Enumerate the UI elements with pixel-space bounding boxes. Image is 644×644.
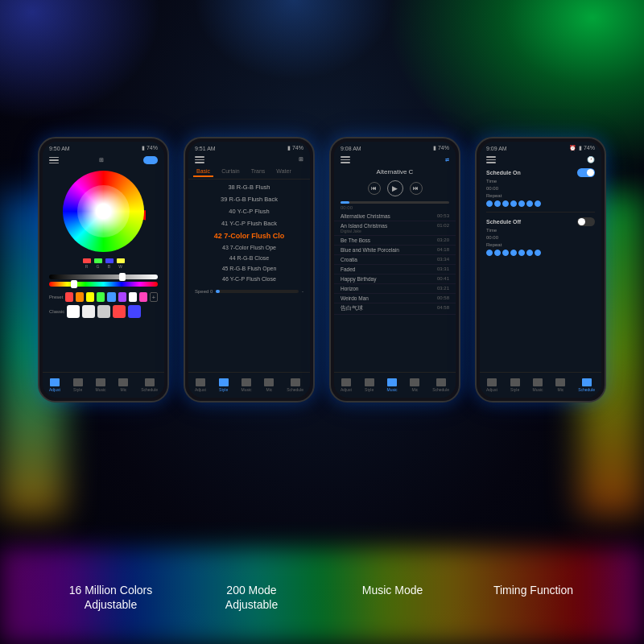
- repeat-off-dot-1[interactable]: [486, 250, 493, 256]
- repeat-dot-6[interactable]: [526, 200, 533, 207]
- speed-track[interactable]: [216, 290, 299, 293]
- nav-music-2[interactable]: Music: [241, 378, 251, 392]
- classic-swatch-4[interactable]: [113, 305, 126, 318]
- nav-style-2[interactable]: Style: [219, 378, 229, 392]
- repeat-dot-7[interactable]: [535, 200, 541, 207]
- mode-43[interactable]: 43 7-Color Flush Ope: [188, 242, 310, 253]
- mode-39[interactable]: 39 R-G-B Flush Back: [188, 193, 310, 205]
- nav-mic-4[interactable]: Mic: [555, 378, 565, 392]
- repeat-off-label: Repeat: [486, 242, 595, 247]
- phone-4-header: 🕐: [480, 155, 601, 165]
- nav-mic-3[interactable]: Mic: [410, 378, 419, 392]
- song-duration: 03:34: [437, 257, 449, 262]
- nav-adjust-4[interactable]: Adjust: [486, 378, 497, 392]
- nav-style-3[interactable]: Style: [365, 378, 374, 392]
- preset-swatch-8[interactable]: [139, 292, 147, 302]
- song-croatia[interactable]: Croatia 03:34: [334, 255, 456, 265]
- color-indicators: R G B W: [43, 257, 164, 270]
- nav-mic-2[interactable]: Mic: [264, 378, 274, 392]
- song-horizon[interactable]: Horizon 03:21: [334, 284, 456, 294]
- mode-42[interactable]: 42 7-Color Flush Clo: [188, 229, 310, 242]
- phone-2-status: 9:51 AM ▮ 74%: [188, 142, 310, 155]
- tab-basic[interactable]: Basic: [193, 167, 213, 177]
- repeat-dot-2[interactable]: [494, 200, 501, 207]
- hue-bar[interactable]: [49, 282, 158, 287]
- menu-icon: [49, 157, 59, 164]
- nav-music-3[interactable]: Music: [386, 378, 397, 392]
- nav-adjust-3[interactable]: Adjust: [341, 378, 352, 392]
- preset-swatch-1[interactable]: [65, 292, 73, 302]
- tab-water[interactable]: Water: [273, 167, 294, 177]
- menu-icon-3: [341, 156, 350, 163]
- mode-44[interactable]: 44 R-G-B Close: [188, 253, 310, 263]
- prev-button[interactable]: ⏮: [368, 182, 381, 195]
- preset-swatch-4[interactable]: [97, 292, 105, 302]
- song-blue-white-porcelain[interactable]: Blue and White Porcelain 04:18: [334, 246, 456, 255]
- music-progress[interactable]: [341, 201, 449, 204]
- repeat-dot-4[interactable]: [510, 200, 517, 207]
- tab-trans[interactable]: Trans: [248, 167, 269, 177]
- preset-add[interactable]: +: [150, 292, 158, 302]
- nav-schedule-4[interactable]: Schedule: [578, 378, 595, 392]
- nav-music-4[interactable]: Music: [532, 378, 543, 392]
- speed-control: Speed 0 -: [188, 286, 310, 297]
- repeat-off-dot-6[interactable]: [526, 250, 533, 256]
- song-gaobai[interactable]: 告白气球 04:58: [334, 303, 456, 315]
- preset-swatch-2[interactable]: [76, 292, 84, 302]
- nav-music-1[interactable]: Music: [95, 378, 105, 392]
- repeat-dot-1[interactable]: [486, 200, 493, 207]
- classic-swatch-2[interactable]: [82, 305, 95, 318]
- classic-swatch-1[interactable]: [67, 305, 80, 318]
- phone-1-toggle[interactable]: [143, 156, 158, 164]
- color-wheel-container[interactable]: [43, 169, 164, 254]
- glow-top-left: [0, 0, 161, 121]
- song-be-the-boss[interactable]: Be The Boss 03:20: [334, 236, 456, 246]
- mode-46[interactable]: 46 Y-C-P Flush Close: [188, 274, 310, 284]
- next-button[interactable]: ⏭: [410, 182, 423, 195]
- classic-swatch-5[interactable]: [128, 305, 141, 318]
- nav-adjust-2[interactable]: Adjust: [195, 378, 206, 392]
- mode-40[interactable]: 40 Y-C-P Flush: [188, 205, 310, 217]
- schedule-on-toggle[interactable]: [577, 168, 595, 177]
- repeat-dot-3[interactable]: [502, 200, 509, 207]
- song-alternative-christmas[interactable]: Alternative Christmas 00:53: [334, 212, 456, 221]
- mode-38[interactable]: 38 R-G-B Flush: [188, 181, 310, 193]
- phone-3-battery: ▮ 74%: [433, 145, 449, 151]
- play-button[interactable]: ▶: [387, 180, 403, 196]
- schedule-on-time-value[interactable]: 00:00: [486, 186, 595, 191]
- schedule-off-time-value[interactable]: 00:00: [486, 235, 595, 240]
- repeat-dot-5[interactable]: [518, 200, 525, 207]
- menu-icon-4: [486, 156, 496, 163]
- preset-swatch-7[interactable]: [129, 292, 137, 302]
- preset-swatch-6[interactable]: [118, 292, 126, 302]
- nav-style-4[interactable]: Style: [510, 378, 520, 392]
- repeat-off-dot-5[interactable]: [518, 250, 525, 256]
- mode-41[interactable]: 41 Y-C-P Flush Back: [188, 217, 310, 229]
- nav-schedule-1[interactable]: Schedule: [141, 378, 158, 392]
- nav-mic-1[interactable]: Mic: [118, 378, 128, 392]
- classic-swatch-3[interactable]: [97, 305, 110, 318]
- preset-swatch-5[interactable]: [107, 292, 115, 302]
- nav-style-1[interactable]: Style: [73, 378, 83, 392]
- song-weirdo-man[interactable]: Weirdo Man 00:58: [334, 294, 456, 303]
- repeat-off-dot-3[interactable]: [502, 250, 509, 256]
- repeat-off-dot-4[interactable]: [510, 250, 517, 256]
- nav-schedule-3[interactable]: Schedule: [432, 378, 449, 392]
- schedule-off-toggle[interactable]: [577, 217, 595, 226]
- caption-4: Timing Function: [473, 583, 594, 612]
- song-faded[interactable]: Faded 03:31: [334, 265, 456, 275]
- nav-schedule-2[interactable]: Schedule: [287, 378, 303, 392]
- color-wheel[interactable]: [61, 169, 146, 254]
- phone-4-status: 9:09 AM ⏰ ▮ 74%: [480, 142, 601, 155]
- song-title: An Island Christmas: [341, 223, 387, 229]
- song-duration: 04:58: [437, 305, 449, 312]
- song-happy-birthday[interactable]: Happy Birthday 00:41: [334, 275, 456, 284]
- preset-swatch-3[interactable]: [86, 292, 94, 302]
- repeat-off-dot-2[interactable]: [494, 250, 501, 256]
- brightness-bar[interactable]: [49, 275, 158, 279]
- mode-45[interactable]: 45 R-G-B Flush Open: [188, 263, 310, 274]
- song-island-christmas[interactable]: An Island Christmas Digital Jake 01:02: [334, 221, 456, 236]
- repeat-off-dot-7[interactable]: [535, 250, 541, 256]
- tab-curtain[interactable]: Curtain: [218, 167, 243, 177]
- nav-adjust-1[interactable]: Adjust: [49, 378, 60, 392]
